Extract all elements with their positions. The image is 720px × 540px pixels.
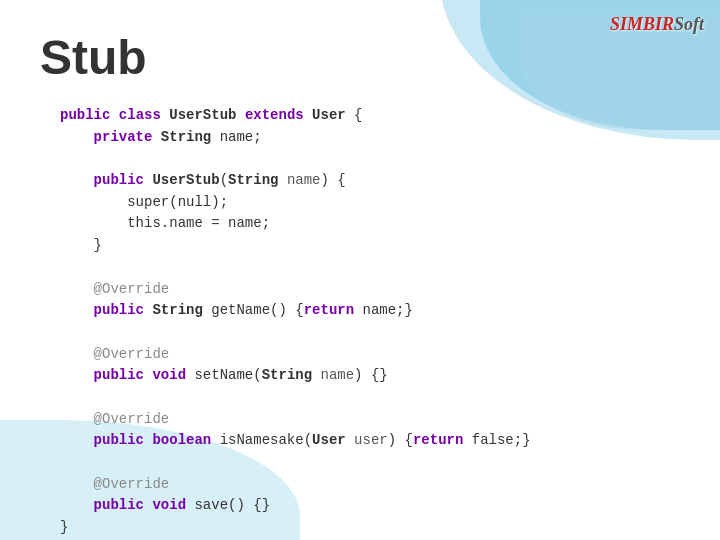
kw-void-2: void [152,497,186,513]
code-line-3 [60,148,680,170]
class-userstub: UserStub [169,107,236,123]
code-line-12: @Override [60,344,680,366]
param-name: name [287,172,321,188]
annotation-1: @Override [94,281,170,297]
kw-public-5: public [94,432,144,448]
code-line-2: private String name; [60,127,680,149]
type-string-4: String [262,367,312,383]
kw-public-6: public [94,497,144,513]
kw-extends: extends [245,107,304,123]
code-line-10: public String getName() {return name;} [60,300,680,322]
code-line-1: public class UserStub extends User { [60,105,680,127]
slide-title: Stub [40,30,680,85]
kw-boolean: boolean [152,432,211,448]
annotation-3: @Override [94,411,170,427]
method-setname: setName( [194,367,261,383]
type-string-3: String [152,302,202,318]
code-line-7: } [60,235,680,257]
code-line-14 [60,387,680,409]
logo-sim: SIMBIR [610,14,674,34]
type-string-2: String [228,172,278,188]
var-name-1: name; [220,129,262,145]
type-string-1: String [161,129,211,145]
code-block: public class UserStub extends User { pri… [60,105,680,539]
kw-private: private [94,129,153,145]
method-isnamesake: isNamesake( [220,432,312,448]
code-line-5: super(null); [60,192,680,214]
method-save: save() {} [194,497,270,513]
logo-soft: Soft [674,14,704,34]
kw-return-2: return [413,432,463,448]
kw-public-3: public [94,302,144,318]
isnamesake-close: ) { [388,432,413,448]
brace-open-1: { [354,107,362,123]
kw-public-4: public [94,367,144,383]
code-line-16: public boolean isNamesake(User user) {re… [60,430,680,452]
code-line-19: public void save() {} [60,495,680,517]
type-user-2: User [312,432,346,448]
annotation-2: @Override [94,346,170,362]
kw-public-2: public [94,172,144,188]
param-user: user [354,432,388,448]
code-line-9: @Override [60,279,680,301]
method-getname: getName() { [211,302,303,318]
code-line-11 [60,322,680,344]
code-line-17 [60,452,680,474]
code-line-6: this.name = name; [60,213,680,235]
setname-close: ) {} [354,367,388,383]
logo: SIMBIRSoft [610,14,704,35]
param-name-2: name [321,367,355,383]
this-name: this.name = name; [127,215,270,231]
return-name: name;} [354,302,413,318]
return-false: false;} [463,432,530,448]
kw-void-1: void [152,367,186,383]
kw-class: class [119,107,161,123]
slide-content: Stub public class UserStub extends User … [0,0,720,540]
code-line-15: @Override [60,409,680,431]
annotation-4: @Override [94,476,170,492]
kw-public-1: public [60,107,110,123]
code-line-18: @Override [60,474,680,496]
type-user-1: User [312,107,346,123]
kw-return-1: return [304,302,354,318]
constructor-name: UserStub [152,172,219,188]
super-call: super(null); [127,194,228,210]
code-line-13: public void setName(String name) {} [60,365,680,387]
code-line-20: } [60,517,680,539]
code-line-8 [60,257,680,279]
code-line-4: public UserStub(String name) { [60,170,680,192]
